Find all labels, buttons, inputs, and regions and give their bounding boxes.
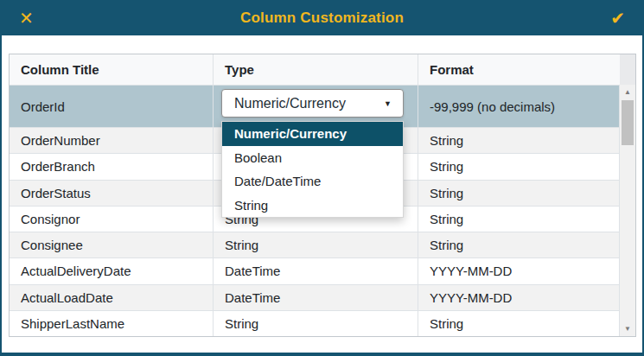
column-customization-dialog: ✕ Column Customization ✔ Column Title Ty… (0, 0, 644, 356)
table-row[interactable]: ConsigneeStringString (10, 232, 620, 257)
dropdown-option[interactable]: String (222, 194, 403, 218)
row-title-cell: OrderBranch (10, 154, 214, 179)
row-format-cell: YYYY-MM-DD (418, 258, 620, 283)
table-row[interactable]: ShipperLastNameStringString (10, 310, 620, 336)
row-type-cell: String (214, 311, 418, 336)
row-type-cell: DateTime (214, 285, 418, 310)
dialog-titlebar: ✕ Column Customization ✔ (0, 0, 644, 35)
row-format-cell: String (418, 181, 620, 206)
type-select-value: Numeric/Currency (234, 96, 346, 111)
row-title-cell: Consignee (10, 232, 214, 257)
close-icon[interactable]: ✕ (19, 10, 34, 27)
dialog-title: Column Customization (0, 10, 644, 27)
column-header-format: Format (418, 54, 635, 85)
row-format-cell: String (418, 207, 620, 232)
dropdown-option[interactable]: Boolean (222, 146, 403, 170)
row-type-cell: DateTime (214, 258, 418, 283)
row-format-cell: String (418, 232, 620, 257)
row-title-cell: ActualDeliveryDate (10, 258, 214, 283)
table-row[interactable]: ActualLoadDateDateTimeYYYY-MM-DD (10, 284, 620, 310)
row-title-cell: Consignor (10, 207, 214, 232)
row-format-cell: String (418, 154, 620, 179)
column-header-title: Column Title (10, 54, 214, 85)
row-title-cell: ActualLoadDate (10, 285, 214, 310)
vertical-scrollbar[interactable]: ▲ ▼ (620, 85, 635, 336)
row-title-cell: ShipperLastName (10, 311, 214, 336)
scrollbar-up-icon[interactable]: ▲ (620, 85, 635, 99)
row-format-cell: String (418, 311, 620, 336)
dropdown-option[interactable]: Numeric/Currency (222, 122, 403, 146)
table-row[interactable]: ActualDeliveryDateDateTimeYYYY-MM-DD (10, 257, 620, 283)
scrollbar-thumb[interactable] (622, 100, 634, 145)
scrollbar-corner (620, 54, 635, 85)
table-header-row: Column Title Type Format (10, 54, 635, 85)
confirm-icon[interactable]: ✔ (610, 10, 625, 27)
row-type-cell: String (214, 232, 418, 257)
row-format-cell: String (418, 128, 620, 153)
dropdown-option[interactable]: Date/DateTime (222, 169, 403, 194)
row-format-cell: YYYY-MM-DD (418, 285, 620, 310)
type-options-list: Numeric/CurrencyBooleanDate/DateTimeStri… (221, 121, 404, 218)
scrollbar-down-icon[interactable]: ▼ (620, 321, 635, 336)
row-title-cell: OrderId (10, 86, 214, 127)
chevron-down-icon: ▼ (384, 99, 392, 108)
column-header-type: Type (214, 54, 418, 85)
row-title-cell: OrderStatus (10, 181, 214, 206)
row-title-cell: OrderNumber (10, 128, 214, 153)
type-select[interactable]: Numeric/Currency ▼ (221, 89, 404, 118)
dialog-content: Column Title Type Format OrderId-99,999 … (2, 35, 642, 353)
row-format-cell: -99,999 (no decimals) (418, 86, 620, 127)
